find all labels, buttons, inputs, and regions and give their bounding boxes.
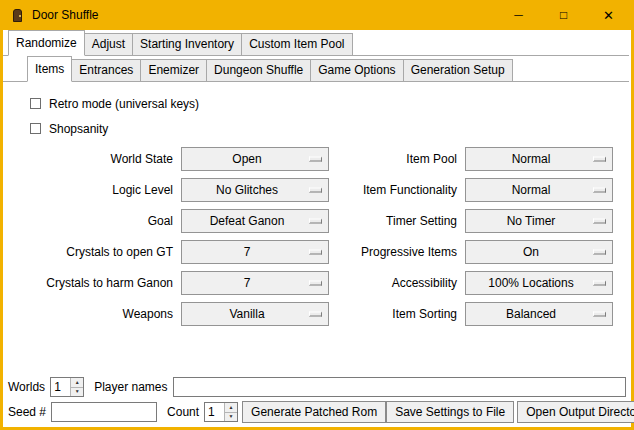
count-spinbox[interactable]: ▲ ▼ (204, 402, 238, 422)
crystals-harm-ganon-label: Crystals to harm Ganon (23, 276, 173, 290)
save-settings-button[interactable]: Save Settings to File (386, 401, 514, 423)
shopsanity-label: Shopsanity (49, 122, 108, 136)
spin-up-icon[interactable]: ▲ (71, 378, 83, 387)
logic-level-label: Logic Level (23, 183, 173, 197)
minimize-icon: ─ (514, 9, 523, 21)
client-area: Randomize Adjust Starting Inventory Cust… (3, 30, 631, 427)
goal-label: Goal (23, 214, 173, 228)
world-state-label: World State (23, 152, 173, 166)
minimize-button[interactable]: ─ (496, 0, 541, 30)
retro-mode-checkbox[interactable] (30, 98, 41, 109)
goal-dropdown[interactable]: Defeat Ganon (181, 209, 329, 233)
tab-dungeon-shuffle[interactable]: Dungeon Shuffle (206, 59, 311, 82)
player-names-label: Player names (94, 380, 167, 394)
item-sorting-dropdown[interactable]: Balanced (465, 302, 613, 326)
tab-entrances[interactable]: Entrances (71, 59, 141, 82)
tab-generation-setup[interactable]: Generation Setup (403, 59, 513, 82)
checkbox-area: Retro mode (universal keys) Shopsanity (3, 82, 631, 141)
weapons-value: Vanilla (229, 307, 264, 321)
generate-patched-rom-button[interactable]: Generate Patched Rom (242, 401, 386, 423)
tab-adjust[interactable]: Adjust (84, 33, 133, 56)
accessibility-label: Accessibility (337, 276, 457, 290)
open-output-directory-button[interactable]: Open Output Directory (517, 401, 634, 423)
titlebar: Door Shuffle ─ □ ✕ (3, 0, 631, 30)
tab-game-options[interactable]: Game Options (310, 59, 403, 82)
spin-down-icon[interactable]: ▼ (225, 412, 237, 422)
item-sorting-value: Balanced (506, 307, 556, 321)
progressive-items-value: On (523, 245, 539, 259)
dropdown-indicator-icon (309, 250, 322, 255)
timer-setting-dropdown[interactable]: No Timer (465, 209, 613, 233)
spin-down-icon[interactable]: ▼ (71, 387, 83, 397)
tab-starting-inventory[interactable]: Starting Inventory (132, 33, 242, 56)
retro-mode-label: Retro mode (universal keys) (49, 97, 199, 111)
window-controls: ─ □ ✕ (496, 0, 631, 30)
item-functionality-dropdown[interactable]: Normal (465, 178, 613, 202)
close-icon: ✕ (603, 9, 614, 22)
item-functionality-label: Item Functionality (337, 183, 457, 197)
shopsanity-checkbox[interactable] (30, 123, 41, 134)
worlds-row: Worlds ▲ ▼ Player names (8, 377, 626, 397)
dropdown-indicator-icon (309, 188, 322, 193)
crystals-harm-ganon-value: 7 (244, 276, 251, 290)
dropdown-indicator-icon (593, 281, 606, 286)
goal-value: Defeat Ganon (210, 214, 285, 228)
dropdown-indicator-icon (309, 312, 322, 317)
worlds-spinbox[interactable]: ▲ ▼ (50, 377, 84, 397)
seed-label: Seed # (8, 405, 46, 419)
dropdown-indicator-icon (309, 281, 322, 286)
tab-custom-item-pool[interactable]: Custom Item Pool (241, 33, 352, 56)
logic-level-dropdown[interactable]: No Glitches (181, 178, 329, 202)
window: Door Shuffle ─ □ ✕ Randomize Adjust Star… (0, 0, 634, 430)
dropdown-indicator-icon (593, 188, 606, 193)
accessibility-value: 100% Locations (488, 276, 573, 290)
item-pool-dropdown[interactable]: Normal (465, 147, 613, 171)
worlds-spin-arrows: ▲ ▼ (70, 378, 83, 396)
item-pool-value: Normal (512, 152, 551, 166)
crystals-open-gt-value: 7 (244, 245, 251, 259)
app-icon (10, 8, 25, 23)
dropdown-indicator-icon (593, 219, 606, 224)
crystals-open-gt-dropdown[interactable]: 7 (181, 240, 329, 264)
dropdown-indicator-icon (593, 157, 606, 162)
world-state-value: Open (232, 152, 261, 166)
item-functionality-value: Normal (512, 183, 551, 197)
world-state-dropdown[interactable]: Open (181, 147, 329, 171)
close-button[interactable]: ✕ (586, 0, 631, 30)
retro-mode-checkbox-row[interactable]: Retro mode (universal keys) (30, 91, 631, 116)
count-label: Count (167, 405, 199, 419)
weapons-label: Weapons (23, 307, 173, 321)
logic-level-value: No Glitches (216, 183, 278, 197)
inner-tab-bar: Items Entrances Enemizer Dungeon Shuffle… (3, 58, 631, 82)
progressive-items-label: Progressive Items (337, 245, 457, 259)
progressive-items-dropdown[interactable]: On (465, 240, 613, 264)
outer-tab-bar: Randomize Adjust Starting Inventory Cust… (3, 30, 631, 56)
count-spinbox-input[interactable] (205, 403, 224, 421)
count-spin-arrows: ▲ ▼ (224, 403, 237, 421)
seed-input[interactable] (51, 402, 157, 422)
dropdown-indicator-icon (309, 157, 322, 162)
dropdown-indicator-icon (593, 250, 606, 255)
tab-items[interactable]: Items (27, 56, 72, 82)
door-knob-icon (19, 15, 21, 17)
dropdown-indicator-icon (593, 312, 606, 317)
tab-randomize[interactable]: Randomize (8, 30, 85, 56)
tab-enemizer[interactable]: Enemizer (140, 59, 207, 82)
player-names-input[interactable] (173, 377, 627, 397)
weapons-dropdown[interactable]: Vanilla (181, 302, 329, 326)
maximize-button[interactable]: □ (541, 0, 586, 30)
item-sorting-label: Item Sorting (337, 307, 457, 321)
crystals-harm-ganon-dropdown[interactable]: 7 (181, 271, 329, 295)
maximize-icon: □ (560, 9, 567, 21)
item-pool-label: Item Pool (337, 152, 457, 166)
spin-up-icon[interactable]: ▲ (225, 403, 237, 412)
bottom-bar: Worlds ▲ ▼ Player names Seed # Count (8, 377, 626, 423)
shopsanity-checkbox-row[interactable]: Shopsanity (30, 116, 631, 141)
worlds-spinbox-input[interactable] (51, 378, 70, 396)
worlds-label: Worlds (8, 380, 45, 394)
crystals-open-gt-label: Crystals to open GT (23, 245, 173, 259)
accessibility-dropdown[interactable]: 100% Locations (465, 271, 613, 295)
dropdown-indicator-icon (309, 219, 322, 224)
window-title: Door Shuffle (32, 8, 99, 22)
options-grid: World State Open Item Pool Normal Logic … (3, 147, 631, 326)
